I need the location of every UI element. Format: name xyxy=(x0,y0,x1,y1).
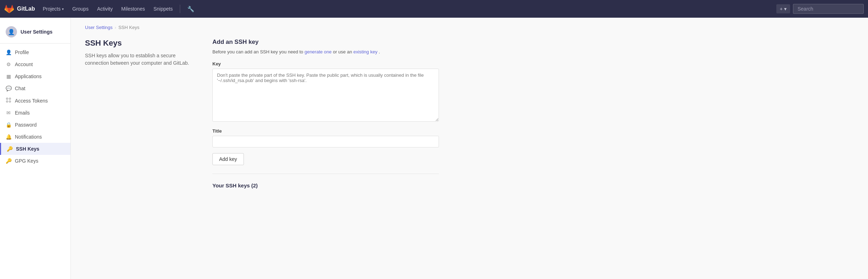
sidebar-item-label-emails: Emails xyxy=(15,110,30,116)
sidebar: 👤 User Settings 👤 Profile ⚙ Account ▦ Ap… xyxy=(0,18,71,279)
sidebar-item-gpg-keys[interactable]: 🔑 GPG Keys xyxy=(0,155,70,167)
navbar-divider xyxy=(180,5,180,13)
access-tokens-icon xyxy=(6,98,11,104)
sidebar-item-label-notifications: Notifications xyxy=(15,134,42,140)
avatar-icon: 👤 xyxy=(8,29,15,35)
new-item-button[interactable]: + ▾ xyxy=(776,4,790,13)
form-description: Before you can add an SSH key you need t… xyxy=(212,48,439,56)
generate-one-link[interactable]: generate one xyxy=(304,49,332,54)
existing-key-link[interactable]: existing key xyxy=(353,49,377,54)
notifications-icon: 🔔 xyxy=(6,134,11,140)
nav-wrench[interactable]: 🔧 xyxy=(184,4,198,14)
key-textarea[interactable] xyxy=(212,69,439,122)
main-content: User Settings › SSH Keys SSH Keys SSH ke… xyxy=(71,18,868,279)
sidebar-item-label-applications: Applications xyxy=(15,74,42,79)
sidebar-item-label-password: Password xyxy=(15,122,36,128)
key-label: Key xyxy=(212,61,439,66)
nav-groups[interactable]: Groups xyxy=(69,4,92,14)
page-right-section: Add an SSH key Before you can add an SSH… xyxy=(212,39,439,188)
page-description: SSH keys allow you to establish a secure… xyxy=(85,52,191,67)
chat-icon: 💬 xyxy=(6,86,11,91)
nav-projects[interactable]: Projects xyxy=(39,4,68,14)
title-input[interactable] xyxy=(212,136,439,147)
plus-icon: + xyxy=(780,6,783,12)
sidebar-item-label-profile: Profile xyxy=(15,50,29,55)
title-label: Title xyxy=(212,128,439,134)
breadcrumb: User Settings › SSH Keys xyxy=(85,25,854,30)
nav-snippets[interactable]: Snippets xyxy=(150,4,176,14)
your-keys-title: Your SSH keys (2) xyxy=(212,182,439,188)
breadcrumb-parent-link[interactable]: User Settings xyxy=(85,25,113,30)
search-input[interactable] xyxy=(793,4,864,14)
page-left-section: SSH Keys SSH keys allow you to establish… xyxy=(85,39,191,188)
plus-dropdown-icon: ▾ xyxy=(784,6,787,12)
applications-icon: ▦ xyxy=(6,74,11,79)
sidebar-user-section: 👤 User Settings xyxy=(0,23,70,43)
account-icon: ⚙ xyxy=(6,62,11,67)
svg-rect-2 xyxy=(6,101,8,102)
page-layout: 👤 User Settings 👤 Profile ⚙ Account ▦ Ap… xyxy=(0,18,868,279)
sidebar-item-account[interactable]: ⚙ Account xyxy=(0,58,70,70)
profile-icon: 👤 xyxy=(6,50,11,55)
nav-activity[interactable]: Activity xyxy=(93,4,116,14)
gpg-keys-icon: 🔑 xyxy=(6,158,11,164)
form-desc-before: Before you can add an SSH key you need t… xyxy=(212,49,304,54)
section-divider xyxy=(212,174,439,174)
brand-name: GitLab xyxy=(17,6,35,12)
breadcrumb-current: SSH Keys xyxy=(118,25,139,30)
form-desc-middle: or use an xyxy=(333,49,353,54)
sidebar-item-emails[interactable]: ✉ Emails xyxy=(0,107,70,119)
gitlab-logo-icon xyxy=(4,4,14,14)
page-title: SSH Keys xyxy=(85,39,191,48)
page-content-layout: SSH Keys SSH keys allow you to establish… xyxy=(85,39,854,188)
sidebar-user-label: User Settings xyxy=(21,29,52,35)
ssh-keys-icon: 🔑 xyxy=(7,146,12,152)
sidebar-item-label-chat: Chat xyxy=(15,86,25,91)
svg-rect-1 xyxy=(9,98,11,99)
avatar: 👤 xyxy=(6,26,17,37)
sidebar-item-label-access-tokens: Access Tokens xyxy=(15,98,48,104)
brand-logo[interactable]: GitLab xyxy=(4,4,35,14)
add-key-button[interactable]: Add key xyxy=(212,153,244,165)
svg-rect-0 xyxy=(6,98,8,99)
navbar-right: + ▾ xyxy=(776,4,864,14)
breadcrumb-separator: › xyxy=(115,25,116,30)
emails-icon: ✉ xyxy=(6,110,11,116)
sidebar-item-chat[interactable]: 💬 Chat xyxy=(0,82,70,94)
sidebar-item-profile[interactable]: 👤 Profile xyxy=(0,46,70,58)
sidebar-item-label-gpg-keys: GPG Keys xyxy=(15,158,38,164)
top-navbar: GitLab Projects Groups Activity Mileston… xyxy=(0,0,868,18)
sidebar-item-label-account: Account xyxy=(15,62,33,67)
sidebar-item-password[interactable]: 🔒 Password xyxy=(0,119,70,131)
sidebar-item-access-tokens[interactable]: Access Tokens xyxy=(0,94,70,107)
password-icon: 🔒 xyxy=(6,122,11,128)
sidebar-item-ssh-keys[interactable]: 🔑 SSH Keys xyxy=(0,143,70,155)
sidebar-item-label-ssh-keys: SSH Keys xyxy=(16,146,39,152)
sidebar-item-applications[interactable]: ▦ Applications xyxy=(0,70,70,82)
nav-milestones[interactable]: Milestones xyxy=(118,4,149,14)
sidebar-item-notifications[interactable]: 🔔 Notifications xyxy=(0,131,70,143)
form-desc-after: . xyxy=(379,49,380,54)
form-section-title: Add an SSH key xyxy=(212,39,439,46)
svg-rect-3 xyxy=(9,101,11,102)
